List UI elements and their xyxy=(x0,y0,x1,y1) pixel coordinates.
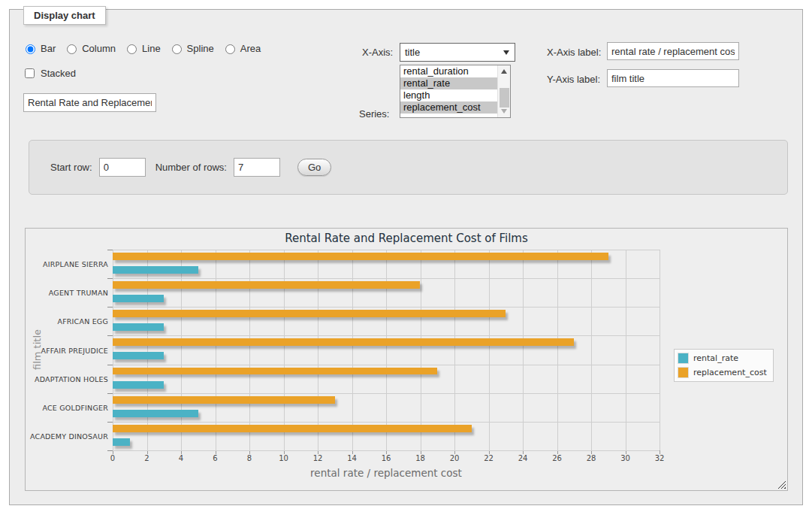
chart-title-input[interactable] xyxy=(23,93,156,112)
gridline-vertical xyxy=(421,250,421,450)
bar-rental_rate[interactable] xyxy=(113,323,164,331)
gridline-vertical xyxy=(626,250,626,450)
chart-type-option-label: Bar xyxy=(41,43,56,54)
bar-rental_rate[interactable] xyxy=(113,438,130,446)
gridline-horizontal xyxy=(113,335,660,336)
bar-replacement_cost[interactable] xyxy=(113,368,437,375)
gridline-horizontal xyxy=(113,393,660,394)
bar-replacement_cost[interactable] xyxy=(113,338,574,346)
chart-type-radio-bar[interactable] xyxy=(26,44,35,54)
scroll-up-button[interactable] xyxy=(498,65,511,77)
legend-label: rental_rate xyxy=(693,353,738,363)
display-chart-panel: Display chart BarColumnLineSplineArea St… xyxy=(9,9,803,505)
scroll-thumb[interactable] xyxy=(500,88,509,108)
gridline-vertical xyxy=(591,250,592,450)
x-tick-label: 2 xyxy=(144,454,149,462)
bar-replacement_cost[interactable] xyxy=(113,396,335,404)
legend-entry-replacement_cost: replacement_cost xyxy=(678,367,767,378)
chart-type-radio-line[interactable] xyxy=(127,44,137,54)
x-tick-label: 32 xyxy=(655,454,665,462)
legend-swatch xyxy=(678,367,689,378)
x-tick-label: 4 xyxy=(179,454,183,462)
x-tick-label: 10 xyxy=(279,454,288,462)
x-tick-label: 0 xyxy=(110,454,115,462)
chart-type-option-area[interactable]: Area xyxy=(222,42,261,54)
bar-rental_rate[interactable] xyxy=(113,266,198,274)
y-tick-label: ACE GOLDFINGER xyxy=(42,403,108,411)
chart-type-option-spline[interactable]: Spline xyxy=(168,42,214,54)
bar-replacement_cost[interactable] xyxy=(113,281,420,289)
listbox-scrollbar[interactable] xyxy=(497,65,510,117)
y-tick-label: AFRICAN EGG xyxy=(57,317,108,326)
y-tick-label: ADAPTATION HOLES xyxy=(35,374,108,383)
legend-entry-rental_rate: rental_rate xyxy=(678,353,767,364)
chart-type-group: BarColumnLineSplineArea xyxy=(22,42,261,54)
scroll-down-button[interactable] xyxy=(498,106,511,117)
bar-rental_rate[interactable] xyxy=(113,352,164,359)
x-tick-label: 28 xyxy=(587,454,596,462)
x-tick-label: 30 xyxy=(620,454,630,462)
gridline-vertical xyxy=(147,250,148,450)
y-axis-tick-mark xyxy=(107,278,113,279)
gridline-vertical xyxy=(249,250,250,450)
gridline-vertical xyxy=(557,250,558,450)
stacked-checkbox[interactable] xyxy=(25,68,35,78)
arrow-down-icon xyxy=(501,109,507,114)
start-row-input[interactable] xyxy=(99,158,146,177)
resize-grip-icon[interactable] xyxy=(777,480,786,489)
series-option-rental_duration[interactable]: rental_duration xyxy=(400,65,497,77)
gridline-horizontal xyxy=(113,450,660,451)
panel-title: Display chart xyxy=(23,6,106,25)
legend-label: replacement_cost xyxy=(693,368,767,377)
y-axis-label-input[interactable] xyxy=(607,69,739,87)
chevron-down-icon xyxy=(503,50,509,55)
x-tick-label: 24 xyxy=(518,454,528,462)
bar-rental_rate[interactable] xyxy=(113,410,198,417)
stacked-label: Stacked xyxy=(41,68,76,79)
chart-type-option-line[interactable]: Line xyxy=(123,42,161,54)
y-axis-tick-mark xyxy=(107,393,113,394)
gridline-horizontal xyxy=(113,365,660,365)
gridline-vertical xyxy=(352,250,353,450)
row-controls: Start row: Number of rows: Go xyxy=(50,141,331,194)
x-tick-label: 6 xyxy=(213,454,217,462)
x-axis-select[interactable]: title xyxy=(400,43,515,62)
y-axis-tick-mark xyxy=(107,422,113,423)
chart-type-option-bar[interactable]: Bar xyxy=(22,42,56,54)
series-option-rental_rate[interactable]: rental_rate xyxy=(400,77,497,89)
bar-replacement_cost[interactable] xyxy=(113,425,472,432)
chart-type-option-column[interactable]: Column xyxy=(63,42,116,54)
gridline-vertical xyxy=(660,250,660,450)
plot-area xyxy=(113,250,660,450)
bar-rental_rate[interactable] xyxy=(113,295,164,302)
bar-replacement_cost[interactable] xyxy=(113,310,506,317)
chart-type-option-label: Column xyxy=(82,43,116,54)
y-axis-tick-mark xyxy=(107,450,113,451)
series-listbox[interactable]: rental_durationrental_ratelengthreplacem… xyxy=(400,65,511,118)
go-button[interactable]: Go xyxy=(297,159,331,176)
row-controls-bar: Start row: Number of rows: Go xyxy=(29,140,788,195)
x-tick-label: 12 xyxy=(313,454,323,462)
x-axis-select-value: title xyxy=(405,47,420,58)
chart-type-radio-column[interactable] xyxy=(67,44,77,54)
x-axis-label-input[interactable] xyxy=(607,42,739,60)
legend-swatch xyxy=(678,353,689,364)
y-axis-tick-labels: AIRPLANE SIERRAAGENT TRUMANAFRICAN EGGAF… xyxy=(26,250,108,450)
gridline-vertical xyxy=(318,250,318,450)
chart-type-option-label: Area xyxy=(240,43,261,54)
x-tick-label: 16 xyxy=(382,454,391,462)
chart-type-radio-spline[interactable] xyxy=(172,44,182,54)
y-axis-tick-mark xyxy=(107,307,113,308)
gridline-horizontal xyxy=(113,250,660,250)
chart-legend: rental_ratereplacement_cost xyxy=(674,349,774,382)
chart-type-radio-area[interactable] xyxy=(225,44,235,54)
bar-rental_rate[interactable] xyxy=(113,381,164,389)
series-option-length[interactable]: length xyxy=(400,89,497,101)
series-label: Series: xyxy=(359,108,389,120)
start-row-label: Start row: xyxy=(50,162,92,173)
chart-container: Rental Rate and Replacement Cost of Film… xyxy=(25,228,788,491)
bar-replacement_cost[interactable] xyxy=(113,253,608,260)
series-option-replacement_cost[interactable]: replacement_cost xyxy=(400,101,497,114)
number-of-rows-input[interactable] xyxy=(234,158,280,177)
number-of-rows-label: Number of rows: xyxy=(155,162,227,173)
